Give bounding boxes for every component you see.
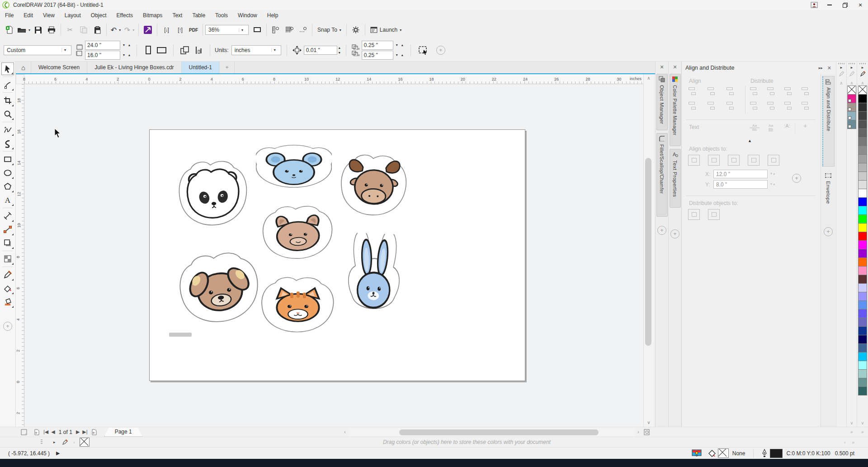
menu-help[interactable]: Help — [262, 11, 283, 20]
tab-object-manager[interactable]: Object Manager — [656, 74, 668, 130]
palette-flyout-icon[interactable]: ▸ — [53, 439, 56, 445]
bunny-sticker[interactable] — [339, 232, 409, 329]
color-swatch[interactable] — [858, 283, 867, 292]
add-property-button[interactable]: + — [436, 46, 445, 55]
color-eyedropper-tool[interactable] — [1, 268, 14, 281]
y-coordinate-field[interactable]: 8.0 " — [713, 180, 768, 189]
document-tab-3[interactable]: Untitled-1 — [182, 62, 220, 73]
color-swatch[interactable] — [858, 266, 867, 275]
document-page[interactable] — [149, 129, 525, 381]
color-swatch[interactable] — [858, 275, 867, 284]
first-page-button[interactable]: |◀ — [43, 429, 48, 435]
menu-edit[interactable]: Edit — [19, 11, 38, 20]
color-swatch[interactable] — [858, 180, 867, 189]
color-swatch[interactable] — [847, 120, 856, 129]
vertical-scrollbar[interactable]: ∧ ∨ — [643, 74, 654, 427]
bull-sticker[interactable] — [338, 149, 409, 223]
color-swatch[interactable] — [858, 386, 867, 396]
page-width-spinners[interactable]: ▾▴ — [121, 43, 132, 47]
zoom-to-page-icon[interactable] — [643, 429, 651, 435]
scroll-right-button[interactable]: › — [635, 428, 642, 436]
color-swatch[interactable] — [858, 300, 867, 310]
show-grid-button[interactable] — [283, 24, 295, 36]
menu-tools[interactable]: Tools — [210, 11, 233, 20]
previous-page-button[interactable]: ◀ — [51, 429, 55, 435]
collapse-section-icon[interactable]: ▲ — [748, 138, 752, 143]
color-swatch[interactable] — [858, 257, 867, 267]
new-document-button[interactable] — [4, 24, 15, 36]
cat-sticker[interactable] — [260, 273, 336, 338]
color-swatch[interactable] — [858, 352, 867, 361]
color-swatch[interactable] — [858, 137, 867, 146]
duplicate-x-field[interactable]: 0.25 " — [362, 41, 393, 50]
fill-color-icon[interactable] — [708, 449, 716, 457]
mouse-sticker[interactable] — [256, 140, 332, 198]
minimize-button[interactable] — [822, 0, 837, 10]
zoom-tool[interactable] — [1, 108, 14, 120]
color-swatch[interactable] — [858, 343, 867, 353]
gray-bar-object[interactable] — [169, 333, 192, 337]
color-swatch[interactable] — [858, 120, 867, 129]
transparency-tool[interactable] — [1, 253, 14, 265]
snap-to-button[interactable]: Snap To▾ — [316, 24, 343, 36]
duplicate-x-spinners[interactable]: ▾▴ — [394, 43, 405, 47]
outline-pen-icon[interactable] — [762, 449, 767, 457]
page-size-preset-combo[interactable]: Custom▾ — [4, 45, 71, 55]
color-swatch[interactable] — [858, 103, 867, 112]
insert-page-after-button[interactable] — [91, 429, 97, 435]
palette-scroll-up-icon[interactable]: ∧ — [836, 80, 846, 86]
palette-eyedropper-icon[interactable] — [62, 439, 68, 445]
close-button[interactable]: × — [853, 0, 868, 10]
publish-pdf-button[interactable]: PDF — [188, 24, 199, 36]
nudge-distance-field[interactable]: 0.01 " — [304, 46, 337, 55]
palette-scroll-down-icon[interactable]: ∨ — [847, 420, 857, 426]
menu-effects[interactable]: Effects — [112, 11, 138, 20]
tab-envelope[interactable]: Envelope — [822, 171, 835, 221]
show-guidelines-button[interactable] — [297, 24, 309, 36]
page-height-field[interactable]: 16.0 " — [85, 51, 120, 60]
color-swatch[interactable] — [858, 154, 867, 163]
welcome-home-icon[interactable]: ⌂ — [16, 62, 31, 73]
connector-tool[interactable] — [1, 223, 14, 236]
menu-file[interactable]: File — [0, 11, 19, 20]
pick-tool[interactable] — [1, 62, 14, 75]
palette-scroll-right-icon[interactable]: › — [844, 439, 845, 445]
color-swatch[interactable] — [858, 129, 867, 138]
pig-sticker[interactable] — [260, 201, 336, 266]
landscape-button[interactable] — [156, 44, 168, 57]
portrait-button[interactable] — [142, 44, 154, 57]
drawing-canvas[interactable] — [24, 84, 643, 427]
palette-scroll-down-icon[interactable]: ∨ — [857, 420, 868, 426]
all-pages-size-button[interactable] — [179, 44, 191, 57]
x-coordinate-field[interactable]: 12.0 " — [713, 170, 768, 178]
search-content-button[interactable] — [142, 24, 154, 36]
scroll-down-button[interactable]: ∨ — [644, 419, 654, 427]
color-swatch[interactable] — [858, 94, 867, 103]
print-button[interactable] — [46, 24, 57, 36]
zoom-levels-combo[interactable]: 36%▾ — [205, 25, 249, 35]
undo-button[interactable]: ↶▾ — [110, 24, 122, 36]
color-swatch[interactable] — [858, 206, 867, 215]
insert-page-before-button[interactable] — [33, 429, 40, 435]
next-page-button[interactable]: ▶ — [76, 429, 80, 435]
color-swatch[interactable] — [858, 197, 867, 206]
color-swatch[interactable] — [858, 214, 867, 224]
add-docker-right-button[interactable]: + — [670, 229, 679, 238]
color-swatch[interactable] — [847, 111, 856, 120]
color-swatch[interactable] — [858, 172, 867, 181]
text-tool[interactable]: A — [1, 194, 14, 206]
nudge-spinners[interactable]: ▴▾ — [339, 46, 340, 55]
tab-align-and-distribute[interactable]: Align and Distribute — [822, 76, 835, 167]
palette-drag-handle[interactable] — [41, 439, 42, 445]
menu-layout[interactable]: Layout — [60, 11, 86, 20]
default-palette-more-icon[interactable]: » — [857, 429, 868, 435]
coordinates-flyout-icon[interactable]: ▶ — [56, 450, 60, 456]
options-button[interactable] — [350, 24, 362, 36]
vertical-scroll-thumb[interactable] — [645, 158, 651, 346]
document-tab-2[interactable]: Julie Ek - Living Hinge Boxes.cdr — [87, 62, 181, 73]
customize-toolbox-button[interactable]: + — [3, 322, 12, 331]
specify-point-button[interactable]: + — [792, 174, 801, 183]
full-screen-preview-button[interactable] — [251, 24, 263, 36]
palette-eyedropper-icon[interactable] — [836, 70, 846, 80]
launch-button[interactable]: Launch▾ — [368, 24, 403, 36]
